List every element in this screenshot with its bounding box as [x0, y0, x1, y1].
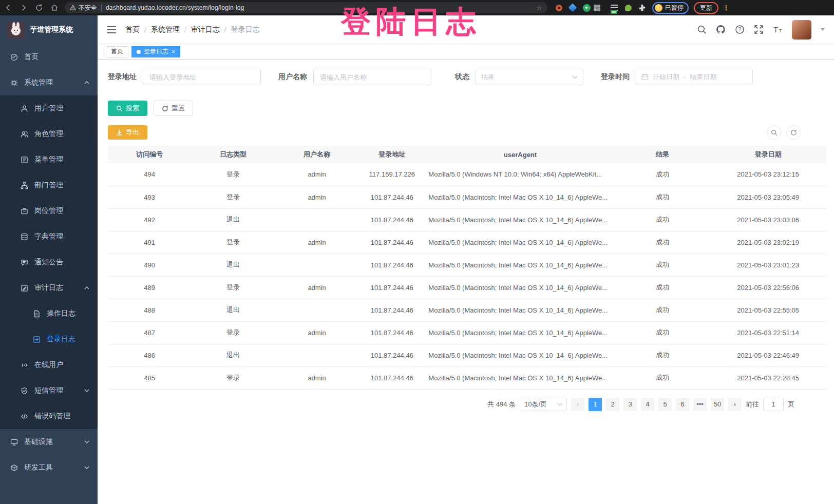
search-button[interactable]: 搜索	[108, 101, 147, 116]
table-row[interactable]: 494登录admin117.159.17.226Mozilla/5.0 (Win…	[108, 163, 826, 186]
sidebar-item-sms-management[interactable]: 短信管理	[0, 378, 98, 403]
page-size-select[interactable]: 10条/页	[520, 398, 567, 411]
extensions-puzzle-icon[interactable]	[638, 4, 646, 12]
extension-list-on-icon[interactable]: on	[610, 4, 618, 12]
browser-home-icon[interactable]	[50, 4, 59, 12]
screen: 不安全 dashboard.yudao.iocoder.cn/system/lo…	[0, 0, 834, 504]
page-button[interactable]: 1	[589, 398, 602, 411]
start-date-placeholder[interactable]: 开始日期	[653, 72, 679, 82]
header-search-icon[interactable]	[697, 25, 707, 34]
table-row[interactable]: 487登录admin101.87.244.46Mozilla/5.0 (Maci…	[108, 321, 826, 344]
chevron-down-icon	[84, 389, 89, 392]
dashboard-icon	[10, 53, 18, 61]
prev-page-button[interactable]: ‹	[571, 398, 584, 411]
table-row[interactable]: 492退出101.87.244.46Mozilla/5.0 (Macintosh…	[108, 208, 826, 231]
sidebar-item-audit-log[interactable]: 审计日志	[0, 275, 98, 301]
bookmark-star-icon[interactable]: ☆	[536, 4, 542, 12]
date-range-picker[interactable]: 开始日期 - 结束日期	[636, 69, 753, 85]
sidebar-item-online-users[interactable]: 在线用户	[0, 352, 98, 378]
breadcrumb-audit[interactable]: 审计日志	[191, 25, 220, 34]
extension-green-heart-icon[interactable]: ♥	[582, 4, 591, 12]
page-button[interactable]: 6	[676, 398, 689, 411]
table-row[interactable]: 490退出101.87.244.46Mozilla/5.0 (Macintosh…	[108, 254, 826, 276]
breadcrumb-system[interactable]: 系统管理	[151, 25, 180, 34]
table-row[interactable]: 485登录admin101.87.244.46Mozilla/5.0 (Maci…	[108, 366, 826, 389]
reset-button[interactable]: 重置	[154, 101, 193, 116]
sidebar-item-login-log[interactable]: 登录日志	[0, 326, 98, 352]
tag-login-log[interactable]: 登录日志 ×	[131, 46, 180, 57]
username-label: 用户名称	[278, 72, 307, 82]
toggle-search-button[interactable]	[767, 125, 781, 140]
table-row[interactable]: 491登录admin101.87.244.46Mozilla/5.0 (Maci…	[108, 231, 826, 254]
export-button[interactable]: 导出	[108, 125, 147, 140]
browser-forward-icon[interactable]	[20, 4, 28, 12]
browser-reload-icon[interactable]	[35, 4, 43, 12]
extension-grid-icon[interactable]	[596, 4, 604, 12]
active-dot-icon	[137, 50, 141, 54]
fullscreen-icon[interactable]	[754, 25, 764, 34]
username-input[interactable]	[313, 69, 431, 85]
sidebar-toggle-icon[interactable]	[107, 26, 116, 33]
svg-text:T: T	[779, 28, 782, 33]
sidebar-item-infrastructure[interactable]: 基础设施	[0, 429, 98, 455]
tags-view-bar: 首页 登录日志 ×	[98, 44, 834, 60]
page-button[interactable]: 2	[606, 398, 619, 411]
sidebar-item-notice-announcement[interactable]: 通知公告	[0, 249, 98, 275]
page-button[interactable]: 50	[711, 398, 724, 411]
table-row[interactable]: 493登录admin101.87.244.46Mozilla/5.0 (Maci…	[108, 186, 826, 208]
sidebar-item-operation-log[interactable]: 操作日志	[0, 301, 98, 326]
breadcrumb-home[interactable]: 首页	[125, 25, 140, 34]
page-button[interactable]: 5	[658, 398, 672, 411]
date-range-separator: -	[684, 73, 686, 81]
end-date-placeholder[interactable]: 结束日期	[690, 72, 716, 82]
status-select-placeholder: 结果	[481, 72, 495, 82]
avatar-caret-down-icon[interactable]	[821, 28, 825, 31]
login-address-input[interactable]	[143, 69, 261, 85]
column-header-id: 访问编号	[108, 146, 191, 163]
sidebar-item-system-management[interactable]: 系统管理	[0, 70, 98, 95]
user-avatar[interactable]	[792, 20, 811, 40]
monitor-icon	[10, 438, 18, 446]
next-page-button[interactable]: ›	[728, 398, 742, 411]
column-header-ip: 登录地址	[358, 146, 425, 163]
goto-page-input[interactable]	[763, 398, 784, 411]
sidebar-item-menu-management[interactable]: 菜单管理	[0, 147, 98, 172]
help-icon[interactable]: ?	[735, 25, 745, 34]
column-header-result: 结果	[615, 146, 710, 163]
table-row[interactable]: 488退出101.87.244.46Mozilla/5.0 (Macintosh…	[108, 299, 826, 321]
sidebar-item-dept-management[interactable]: 部门管理	[0, 172, 98, 198]
tag-home[interactable]: 首页	[106, 46, 128, 57]
font-size-icon[interactable]: TT	[773, 25, 783, 34]
browser-menu-icon[interactable]: ⋮	[723, 4, 730, 12]
code-icon	[21, 413, 28, 420]
table-row[interactable]: 486退出101.87.244.46Mozilla/5.0 (Macintosh…	[108, 344, 826, 366]
table-toolbar: 导出	[108, 125, 826, 140]
url-text[interactable]: dashboard.yudao.iocoder.cn/system/log/lo…	[106, 4, 536, 11]
chevron-up-icon	[84, 81, 89, 84]
refresh-table-button[interactable]	[786, 125, 801, 140]
table-row[interactable]: 489登录admin101.87.244.46Mozilla/5.0 (Maci…	[108, 276, 826, 299]
extension-orange-icon[interactable]	[555, 4, 563, 12]
sidebar-item-user-management[interactable]: 用户管理	[0, 95, 98, 121]
status-select[interactable]: 结果	[476, 69, 583, 85]
sidebar-item-home[interactable]: 首页	[0, 44, 98, 70]
sidebar-item-error-code-management[interactable]: 错误码管理	[0, 403, 98, 429]
sidebar-item-role-management[interactable]: 角色管理	[0, 121, 98, 147]
app-logo[interactable]: 芋道管理系统	[0, 15, 98, 44]
page-button[interactable]: 4	[641, 398, 654, 411]
breadcrumb: 首页/ 系统管理/ 审计日志/ 登录日志	[125, 25, 260, 34]
sidebar-item-dev-tools[interactable]: 研发工具	[0, 455, 98, 480]
page-button[interactable]: 3	[623, 398, 637, 411]
more-pages-button[interactable]: •••	[693, 398, 707, 411]
github-icon[interactable]	[716, 25, 726, 34]
extension-leaf-icon[interactable]	[624, 4, 632, 12]
browser-update-button[interactable]: 更新	[694, 2, 718, 14]
browser-back-icon[interactable]	[4, 4, 12, 12]
sidebar-item-post-management[interactable]: 岗位管理	[0, 198, 98, 224]
sidebar-item-dict-management[interactable]: 字典管理	[0, 224, 98, 249]
extension-gem-icon[interactable]	[568, 4, 577, 12]
address-bar[interactable]: 不安全 dashboard.yudao.iocoder.cn/system/lo…	[65, 2, 547, 13]
tag-close-icon[interactable]: ×	[172, 48, 175, 55]
browser-profile-paused-badge[interactable]: 已暂停	[652, 2, 689, 14]
not-secure-label[interactable]: 不安全	[79, 4, 97, 12]
